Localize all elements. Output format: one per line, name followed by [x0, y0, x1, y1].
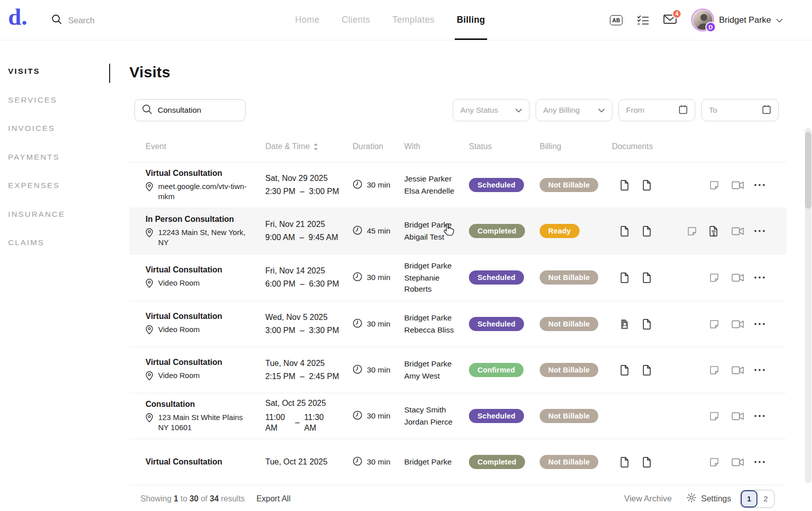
- row-menu-icon[interactable]: [754, 363, 776, 377]
- global-search-input[interactable]: Search: [52, 14, 94, 26]
- time-start: 11:00 AM: [265, 412, 291, 433]
- time-dash: –: [300, 280, 305, 289]
- date-from-input[interactable]: From: [618, 99, 695, 121]
- scrollbar-thumb[interactable]: [805, 132, 811, 209]
- row-menu-icon[interactable]: [754, 178, 776, 192]
- export-all-button[interactable]: Export All: [256, 494, 291, 503]
- video-call-icon[interactable]: [732, 363, 754, 377]
- document-icon[interactable]: [643, 224, 665, 238]
- table-row[interactable]: Virtual ConsultationTue, Oct 21 202530 m…: [129, 439, 786, 485]
- documents-cell: [612, 409, 786, 423]
- sidebar-item-insurance[interactable]: INSURANCE: [0, 200, 121, 229]
- page-button-2[interactable]: 2: [757, 490, 774, 507]
- event-location: 123 Main St White Plains NY 10601: [146, 412, 265, 433]
- note-icon[interactable]: [687, 224, 709, 238]
- event-date: Wed, Nov 5 2025: [265, 313, 353, 322]
- document-icon[interactable]: [620, 224, 643, 238]
- nav-item-clients[interactable]: Clients: [330, 0, 381, 40]
- row-menu-icon[interactable]: [754, 409, 776, 423]
- date-to-input[interactable]: To: [701, 99, 779, 121]
- billing-filter-select[interactable]: Any Billing: [536, 99, 612, 121]
- video-call-icon[interactable]: [732, 224, 754, 238]
- sidebar-item-claims[interactable]: CLAIMS: [0, 228, 121, 257]
- event-location-text: Video Room: [158, 324, 200, 335]
- note-icon[interactable]: [709, 409, 732, 423]
- document-icon[interactable]: [620, 178, 643, 192]
- date-time-cell: Wed, Nov 5 20253:00 PM–3:30 PM: [265, 313, 353, 335]
- nav-item-templates[interactable]: Templates: [381, 0, 446, 40]
- sidebar-item-invoices[interactable]: INVOICES: [0, 114, 121, 143]
- participant-name: Jessie Parker: [404, 173, 457, 184]
- participant-name: Bridget Parke: [404, 312, 457, 323]
- table-row[interactable]: Virtual ConsultationVideo RoomFri, Nov 1…: [129, 254, 786, 301]
- page-button-1[interactable]: 1: [741, 490, 757, 507]
- note-icon[interactable]: [709, 317, 732, 331]
- row-menu-icon[interactable]: [754, 270, 776, 285]
- sidebar-item-visits[interactable]: VISITS: [0, 57, 121, 86]
- note-icon[interactable]: [709, 455, 732, 469]
- video-call-icon[interactable]: [732, 409, 754, 423]
- table-row[interactable]: In Person Consultation12243 Main St, New…: [129, 208, 786, 254]
- document-icon[interactable]: [643, 363, 665, 377]
- column-header-label: With: [404, 142, 420, 151]
- documents-cell: [612, 455, 786, 469]
- duration-cell: 30 min: [353, 272, 404, 284]
- table-row[interactable]: Virtual ConsultationVideo RoomWed, Nov 5…: [129, 301, 786, 347]
- document-icon[interactable]: [643, 178, 665, 192]
- status-cell: Completed: [469, 224, 540, 238]
- settings-button[interactable]: Settings: [687, 493, 731, 504]
- nav-item-billing[interactable]: Billing: [446, 0, 496, 40]
- table-search-input[interactable]: Consultation: [134, 99, 246, 121]
- video-call-icon[interactable]: [732, 270, 754, 285]
- status-badge: Scheduled: [469, 178, 524, 192]
- checklist-icon[interactable]: [637, 15, 649, 25]
- client-form-document-icon[interactable]: [620, 317, 643, 331]
- app-logo[interactable]: d.: [8, 3, 27, 30]
- table-footer: Showing 1 to 30 of 34 results Export All…: [0, 486, 812, 511]
- chevron-down-icon: [515, 106, 522, 115]
- visits-content: Visits Consultation Any Status Any Billi…: [129, 40, 786, 486]
- empty-doc-slot: [687, 270, 709, 285]
- document-icon[interactable]: [643, 270, 665, 285]
- document-icon[interactable]: [620, 363, 643, 377]
- sort-icon[interactable]: [313, 143, 318, 151]
- mail-icon[interactable]: 4: [663, 14, 677, 26]
- sidebar-item-expenses[interactable]: EXPENSES: [0, 171, 121, 200]
- sidebar-item-payments[interactable]: PAYMENTS: [0, 143, 121, 172]
- document-icon[interactable]: [620, 270, 643, 285]
- column-header-date-time[interactable]: Date & Time: [265, 142, 353, 151]
- address-book-icon[interactable]: AB: [610, 15, 623, 25]
- sidebar-item-services[interactable]: SERVICES: [0, 86, 121, 115]
- invoice-document-icon[interactable]: $: [709, 224, 732, 238]
- event-time-range: 11:00 AM–11:30 AM: [265, 412, 342, 433]
- video-call-icon[interactable]: [732, 455, 754, 469]
- table-row[interactable]: Virtual ConsultationVideo RoomTue, Nov 4…: [129, 347, 786, 393]
- table-row[interactable]: Consultation123 Main St White Plains NY …: [129, 393, 786, 439]
- status-filter-select[interactable]: Any Status: [453, 99, 530, 121]
- status-badge: Completed: [469, 455, 525, 469]
- row-menu-icon[interactable]: [754, 455, 776, 469]
- document-icon[interactable]: [643, 317, 665, 331]
- document-icon[interactable]: [643, 455, 665, 469]
- time-dash: –: [295, 418, 300, 427]
- note-icon[interactable]: [709, 270, 732, 285]
- participant-name: Bridget Parke: [404, 456, 457, 468]
- event-date: Tue, Nov 4 2025: [265, 359, 353, 368]
- video-call-icon[interactable]: [732, 178, 754, 192]
- note-icon[interactable]: [709, 178, 732, 192]
- duration-text: 30 min: [367, 457, 391, 467]
- sidebar-active-indicator: [109, 64, 110, 83]
- billing-cell: Not Billable: [540, 317, 612, 331]
- row-menu-icon[interactable]: [754, 224, 776, 238]
- video-call-icon[interactable]: [732, 317, 754, 331]
- view-archive-button[interactable]: View Archive: [624, 494, 672, 503]
- nav-item-home[interactable]: Home: [284, 0, 330, 40]
- note-icon[interactable]: [709, 363, 732, 377]
- table-row[interactable]: Virtual Consultationmeet.google.com/vtv-…: [129, 162, 786, 208]
- document-icon[interactable]: [620, 455, 643, 469]
- user-menu[interactable]: D Bridget Parke: [691, 9, 783, 31]
- participant-name: Stacy Smith: [404, 404, 457, 415]
- row-menu-icon[interactable]: [754, 317, 776, 331]
- location-pin-icon: [146, 278, 153, 290]
- time-start: 6:00 PM: [265, 280, 296, 289]
